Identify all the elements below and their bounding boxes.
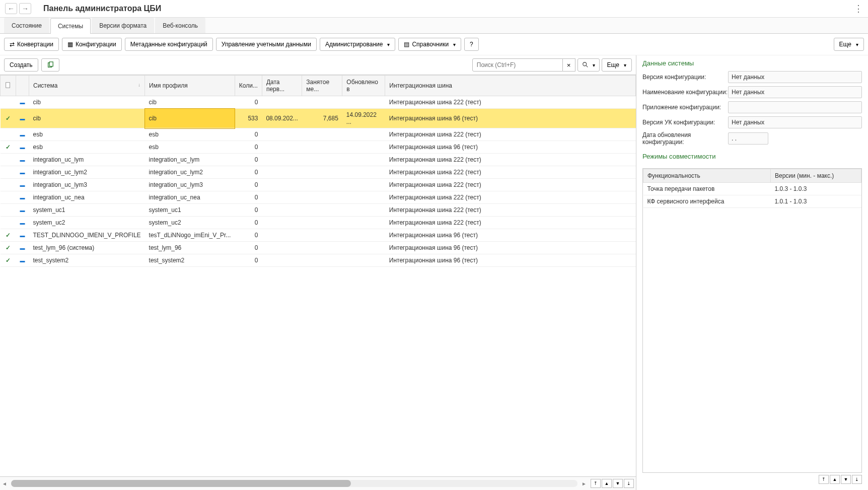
search-button[interactable] bbox=[577, 58, 600, 72]
compat-col-func[interactable]: Функциональность bbox=[643, 169, 771, 183]
help-button[interactable]: ? bbox=[464, 38, 479, 51]
right-nav-first-button[interactable]: ⤒ bbox=[819, 475, 829, 484]
row-icon-cell: ▬ bbox=[16, 179, 29, 191]
sub-more-button[interactable]: Еще bbox=[602, 58, 632, 72]
row-check: ✓ bbox=[1, 109, 16, 128]
app-field[interactable] bbox=[728, 101, 862, 113]
col-bus[interactable]: Интеграционная шина bbox=[385, 76, 636, 96]
row-updated: 14.09.2022 ... bbox=[342, 109, 385, 128]
row-system: integration_uc_lym bbox=[29, 154, 145, 166]
row-space bbox=[302, 96, 342, 109]
menu-icon[interactable]: ⋮ bbox=[854, 3, 863, 14]
name-label: Наименование конфигурации: bbox=[642, 89, 728, 96]
row-updated bbox=[342, 217, 385, 229]
tab-format-versions[interactable]: Версии формата bbox=[92, 18, 154, 33]
col-system[interactable]: Система↓ bbox=[29, 76, 145, 96]
row-bus: Интеграционная шина 222 (тест) bbox=[385, 204, 636, 217]
right-nav-up-button[interactable]: ▲ bbox=[830, 475, 840, 484]
scroll-right-icon[interactable]: ► bbox=[582, 481, 587, 486]
date-field[interactable]: . . bbox=[728, 132, 768, 145]
table-row[interactable]: ✓▬test_lym_96 (система)test_lym_960Интег… bbox=[1, 242, 636, 254]
item-icon: ▬ bbox=[20, 258, 25, 263]
table-row[interactable]: ▬cibcib0Интеграционная шина 222 (тест) bbox=[1, 96, 636, 109]
col-profile[interactable]: Имя профиля bbox=[145, 76, 235, 96]
row-count: 0 bbox=[235, 166, 262, 179]
version-field[interactable]: Нет данных bbox=[728, 71, 862, 83]
more-button[interactable]: Еще bbox=[834, 38, 864, 51]
row-date bbox=[262, 128, 302, 141]
table-row[interactable]: ✓▬TEST_DLINNOGO_IMENI_V_PROFILEtesT_dLiN… bbox=[1, 229, 636, 242]
row-updated bbox=[342, 179, 385, 191]
table-row[interactable]: ✓▬cibcib53308.09.202...7,68514.09.2022 .… bbox=[1, 109, 636, 128]
create-button[interactable]: Создать bbox=[4, 58, 38, 72]
row-count: 0 bbox=[235, 154, 262, 166]
col-count[interactable]: Коли... bbox=[235, 76, 262, 96]
item-icon: ▬ bbox=[20, 145, 25, 150]
table-row[interactable]: ✓▬esbesb0Интеграционная шина 96 (тест) bbox=[1, 141, 636, 154]
right-nav-down-button[interactable]: ▼ bbox=[841, 475, 851, 484]
credentials-button[interactable]: Управление учетными данными bbox=[216, 38, 317, 51]
scroll-left-icon[interactable]: ◄ bbox=[2, 481, 7, 486]
row-count: 0 bbox=[235, 242, 262, 254]
row-updated bbox=[342, 166, 385, 179]
compat-row[interactable]: КФ сервисного интерфейса1.0.1 - 1.0.3 bbox=[643, 195, 861, 208]
row-date bbox=[262, 141, 302, 154]
metadata-button[interactable]: Метаданные конфигураций bbox=[125, 38, 213, 51]
systems-table-container[interactable]: Система↓ Имя профиля Коли... Дата перв..… bbox=[0, 75, 636, 476]
row-updated bbox=[342, 254, 385, 267]
tab-state[interactable]: Состояние bbox=[4, 18, 49, 33]
row-system: TEST_DLINNOGO_IMENI_V_PROFILE bbox=[29, 229, 145, 242]
row-check bbox=[1, 96, 16, 109]
nav-back-button[interactable]: ← bbox=[5, 3, 17, 14]
search-input[interactable] bbox=[472, 58, 563, 72]
table-row[interactable]: ▬integration_uc_lym2integration_uc_lym20… bbox=[1, 166, 636, 179]
compat-title: Режимы совместимости bbox=[642, 153, 862, 160]
nav-down-button[interactable]: ▼ bbox=[613, 479, 623, 488]
table-row[interactable]: ▬esbesb0Интеграционная шина 222 (тест) bbox=[1, 128, 636, 141]
nav-last-button[interactable]: ⤓ bbox=[624, 479, 634, 488]
table-row[interactable]: ▬system_uc1system_uc10Интеграционная шин… bbox=[1, 204, 636, 217]
nav-first-button[interactable]: ⤒ bbox=[591, 479, 601, 488]
col-check[interactable] bbox=[1, 76, 16, 96]
right-nav-last-button[interactable]: ⤓ bbox=[852, 475, 862, 484]
admin-dropdown[interactable]: Администрирование bbox=[320, 38, 395, 51]
configurations-button[interactable]: ▦ Конфигурации bbox=[62, 38, 122, 51]
table-row[interactable]: ▬integration_uc_lym3integration_uc_lym30… bbox=[1, 179, 636, 191]
row-date bbox=[262, 204, 302, 217]
compat-col-ver[interactable]: Версии (мин. - макс.) bbox=[771, 169, 861, 183]
table-row[interactable]: ▬integration_uc_lymintegration_uc_lym0Ин… bbox=[1, 154, 636, 166]
col-updated[interactable]: Обновлено в bbox=[342, 76, 385, 96]
compat-ver: 1.0.1 - 1.0.3 bbox=[771, 195, 861, 208]
compat-table: Функциональность Версии (мин. - макс.) Т… bbox=[642, 168, 862, 473]
row-bus: Интеграционная шина 222 (тест) bbox=[385, 128, 636, 141]
tab-systems[interactable]: Системы bbox=[50, 18, 91, 34]
check-icon: ✓ bbox=[6, 144, 11, 151]
row-bus: Интеграционная шина 222 (тест) bbox=[385, 96, 636, 109]
row-check: ✓ bbox=[1, 242, 16, 254]
table-row[interactable]: ✓▬test_system2test_system20Интеграционна… bbox=[1, 254, 636, 267]
row-date bbox=[262, 179, 302, 191]
row-bus: Интеграционная шина 96 (тест) bbox=[385, 242, 636, 254]
row-space bbox=[302, 166, 342, 179]
uk-field[interactable]: Нет данных bbox=[728, 116, 862, 128]
table-row[interactable]: ▬integration_uc_neaintegration_uc_nea0Ин… bbox=[1, 191, 636, 204]
nav-up-button[interactable]: ▲ bbox=[602, 479, 612, 488]
col-date-first[interactable]: Дата перв... bbox=[262, 76, 302, 96]
name-field[interactable]: Нет данных bbox=[728, 86, 862, 98]
col-icon[interactable] bbox=[16, 76, 29, 96]
tab-web-console[interactable]: Веб-консоль bbox=[155, 18, 205, 33]
search-clear-button[interactable]: × bbox=[563, 58, 575, 72]
compat-row[interactable]: Точка передачи пакетов1.0.3 - 1.0.3 bbox=[643, 183, 861, 195]
stack-icon: ▦ bbox=[67, 41, 73, 48]
row-space bbox=[302, 128, 342, 141]
references-dropdown[interactable]: ▤ Справочники bbox=[398, 38, 461, 51]
nav-forward-button[interactable]: → bbox=[19, 3, 31, 14]
col-space[interactable]: Занятое ме... bbox=[302, 76, 342, 96]
conversions-button[interactable]: ⇄ Конвертации bbox=[4, 38, 59, 51]
row-check bbox=[1, 128, 16, 141]
row-check: ✓ bbox=[1, 229, 16, 242]
row-check: ✓ bbox=[1, 141, 16, 154]
table-row[interactable]: ▬system_uc2system_uc20Интеграционная шин… bbox=[1, 217, 636, 229]
h-scrollbar[interactable] bbox=[11, 480, 577, 487]
copy-button[interactable] bbox=[41, 58, 59, 72]
